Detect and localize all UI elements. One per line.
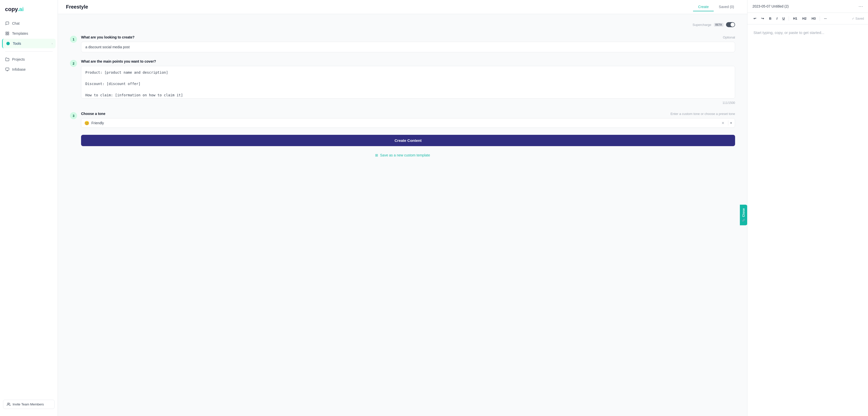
sidebar-item-infobase[interactable]: Infobase bbox=[2, 65, 56, 74]
h1-button[interactable]: H1 bbox=[791, 15, 799, 22]
step2-section: 2 What are the main points you want to c… bbox=[70, 59, 735, 105]
svg-rect-1 bbox=[7, 32, 9, 33]
sidebar-item-label: Infobase bbox=[12, 67, 26, 71]
bold-button[interactable]: B bbox=[767, 15, 773, 22]
editor-header: 2023-05-07 Untitled (2) ⋯ bbox=[747, 0, 868, 13]
tab-saved[interactable]: Saved (0) bbox=[714, 3, 739, 11]
supercharge-label: Supercharge bbox=[692, 23, 711, 27]
sidebar-item-chat[interactable]: Chat bbox=[2, 19, 56, 28]
tone-selector[interactable]: 😊 Friendly ✕ ▾ bbox=[81, 118, 735, 128]
form-wrapper: Supercharge BETA 1 What are you looking … bbox=[58, 14, 747, 416]
sidebar-item-templates[interactable]: Templates bbox=[2, 29, 56, 38]
toolbar-saved-status: ✓ Saved bbox=[852, 17, 864, 21]
logo-suffix: ai bbox=[19, 6, 24, 12]
sidebar-bottom: Invite Team Members bbox=[0, 396, 58, 412]
svg-point-7 bbox=[7, 403, 9, 404]
logo-prefix: copy bbox=[5, 6, 18, 12]
h2-button[interactable]: H2 bbox=[800, 15, 809, 22]
sidebar-item-label: Templates bbox=[12, 31, 28, 35]
main-content: Freestyle Create Saved (0) Supercharge B… bbox=[58, 0, 747, 416]
tools-icon bbox=[6, 41, 10, 46]
redo-button[interactable]: ↪ bbox=[759, 15, 766, 22]
step1-number: 1 bbox=[70, 36, 77, 43]
beta-badge: BETA bbox=[714, 23, 723, 27]
tab-nav: Create Saved (0) bbox=[693, 3, 739, 11]
tab-create[interactable]: Create bbox=[693, 3, 714, 11]
step3-sublabel: Enter a custom tone or choose a preset t… bbox=[671, 112, 735, 116]
char-count: 111/1500 bbox=[81, 101, 735, 105]
invite-button-label: Invite Team Members bbox=[12, 403, 44, 406]
step1-label: What are you looking to create? Optional bbox=[81, 35, 735, 39]
projects-icon bbox=[5, 57, 9, 62]
supercharge-bar: Supercharge BETA bbox=[70, 22, 735, 27]
h3-button[interactable]: H3 bbox=[810, 15, 818, 22]
tone-chevron-button[interactable]: ▾ bbox=[730, 121, 732, 125]
editor-body[interactable]: Start typing, copy, or paste to get star… bbox=[747, 24, 868, 416]
infobase-icon bbox=[5, 67, 9, 72]
step3-section: 3 Choose a tone Enter a custom tone or c… bbox=[70, 112, 735, 128]
italic-button[interactable]: I bbox=[774, 15, 779, 22]
svg-rect-2 bbox=[7, 34, 9, 35]
sidebar-item-label: Tools bbox=[13, 41, 21, 45]
step2-field: What are the main points you want to cov… bbox=[81, 59, 735, 105]
step3-number: 3 bbox=[70, 112, 77, 119]
sidebar-item-projects[interactable]: Projects bbox=[2, 55, 56, 64]
form-area: Supercharge BETA 1 What are you looking … bbox=[58, 14, 747, 416]
editor-panel: 2023-05-07 Untitled (2) ⋯ ↩ ↪ B I U H1 H… bbox=[747, 0, 868, 416]
nav-divider bbox=[5, 51, 53, 51]
editor-title: 2023-05-07 Untitled (2) bbox=[752, 4, 789, 8]
step3-label: Choose a tone Enter a custom tone or cho… bbox=[81, 112, 735, 116]
sidebar-item-label: Projects bbox=[12, 57, 25, 61]
nav-items: Chat Templates Tools › Projects bbox=[0, 19, 58, 396]
supercharge-toggle[interactable] bbox=[726, 22, 735, 27]
save-template-button[interactable]: ⊞ Save as a new custom template bbox=[375, 153, 430, 157]
svg-rect-3 bbox=[6, 34, 7, 35]
step1-section: 1 What are you looking to create? Option… bbox=[70, 35, 735, 52]
main-header: Freestyle Create Saved (0) bbox=[58, 0, 747, 14]
undo-button[interactable]: ↩ bbox=[751, 15, 758, 22]
close-tab-icon: 🔗 bbox=[742, 218, 745, 222]
tone-value: Friendly bbox=[91, 121, 718, 125]
underline-button[interactable]: U bbox=[780, 15, 787, 22]
toggle-knob bbox=[731, 23, 735, 27]
step1-field: What are you looking to create? Optional bbox=[81, 35, 735, 52]
logo: copy.ai bbox=[0, 4, 58, 19]
step1-optional: Optional bbox=[723, 35, 735, 39]
tone-emoji: 😊 bbox=[84, 121, 89, 126]
more-formatting-button[interactable]: ··· bbox=[822, 15, 829, 22]
svg-rect-4 bbox=[5, 68, 9, 70]
tone-clear-button[interactable]: ✕ bbox=[720, 120, 726, 126]
save-template-wrapper: ⊞ Save as a new custom template bbox=[70, 153, 735, 157]
svg-rect-0 bbox=[6, 32, 7, 33]
chevron-right-icon: › bbox=[52, 42, 53, 45]
sidebar: copy.ai Chat Templates Tools › bbox=[0, 0, 58, 416]
sidebar-item-label: Chat bbox=[12, 22, 20, 25]
editor-toolbar: ↩ ↪ B I U H1 H2 H3 ··· ✓ Saved bbox=[747, 13, 868, 24]
step2-number: 2 bbox=[70, 60, 77, 67]
checkmark-icon: ✓ bbox=[852, 17, 855, 21]
create-content-button[interactable]: Create Content bbox=[81, 135, 735, 146]
save-template-icon: ⊞ bbox=[375, 153, 378, 157]
step2-label: What are the main points you want to cov… bbox=[81, 59, 735, 63]
invite-team-members-button[interactable]: Invite Team Members bbox=[3, 400, 55, 409]
save-template-label: Save as a new custom template bbox=[380, 153, 430, 157]
create-btn-wrapper: Create Content bbox=[70, 135, 735, 146]
editor-placeholder: Start typing, copy, or paste to get star… bbox=[753, 30, 825, 35]
chat-icon bbox=[5, 21, 9, 26]
saved-label: Saved bbox=[856, 17, 864, 21]
step3-field: Choose a tone Enter a custom tone or cho… bbox=[81, 112, 735, 128]
editor-more-button[interactable]: ⋯ bbox=[859, 3, 863, 9]
sidebar-item-tools[interactable]: Tools › bbox=[2, 39, 56, 48]
step1-input[interactable] bbox=[81, 42, 735, 52]
templates-icon bbox=[5, 31, 9, 36]
page-title: Freestyle bbox=[66, 4, 88, 10]
close-tab[interactable]: 🔗 Close bbox=[740, 205, 747, 226]
close-tab-label: Close bbox=[742, 208, 745, 217]
step2-textarea[interactable]: Product: [product name and description] … bbox=[81, 66, 735, 99]
